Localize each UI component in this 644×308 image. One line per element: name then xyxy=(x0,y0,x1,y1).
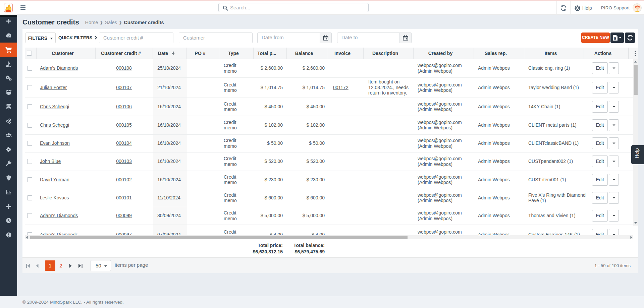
svg-text:x: x xyxy=(614,37,615,40)
